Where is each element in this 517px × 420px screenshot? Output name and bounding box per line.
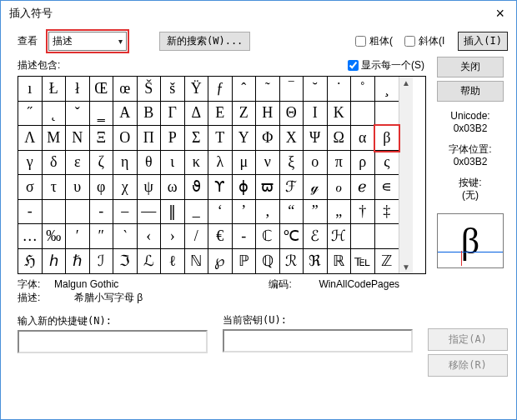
char-cell[interactable]: ℡: [351, 249, 375, 274]
show-each-checkbox-input[interactable]: [348, 60, 359, 71]
close-button[interactable]: 关闭: [437, 57, 504, 78]
char-cell[interactable]: Ÿ: [185, 77, 209, 102]
char-cell[interactable]: /: [185, 224, 209, 249]
char-cell[interactable]: ℕ: [185, 249, 209, 274]
char-cell[interactable]: ƒ: [208, 77, 233, 102]
char-cell[interactable]: ι: [161, 151, 185, 176]
char-cell[interactable]: ‗: [90, 102, 114, 127]
char-cell[interactable]: ℏ: [66, 249, 90, 274]
char-cell[interactable]: Κ: [328, 102, 352, 127]
char-cell[interactable]: †: [351, 200, 375, 225]
char-cell[interactable]: ∊: [375, 175, 399, 200]
char-cell[interactable]: ℛ: [280, 249, 304, 274]
char-cell[interactable]: σ: [18, 175, 43, 200]
char-cell[interactable]: ‰: [43, 224, 67, 249]
char-cell[interactable]: ℋ: [328, 224, 352, 249]
char-cell[interactable]: …: [18, 224, 43, 249]
char-cell[interactable]: “: [280, 200, 304, 225]
italic-checkbox-input[interactable]: [404, 36, 415, 47]
char-cell[interactable]: ˝: [18, 102, 43, 127]
char-cell[interactable]: ϑ: [185, 175, 209, 200]
char-cell[interactable]: ϕ: [233, 175, 257, 200]
char-cell[interactable]: ℙ: [233, 249, 257, 274]
char-cell[interactable]: ω: [161, 175, 185, 200]
char-cell[interactable]: ℐ: [90, 249, 114, 274]
char-cell[interactable]: ‚: [256, 200, 280, 225]
char-cell[interactable]: ˛: [43, 102, 67, 127]
italic-checkbox[interactable]: 斜体(I: [404, 34, 444, 48]
grid-scrollbar[interactable]: ▲ ▼: [399, 77, 413, 273]
char-cell[interactable]: [43, 200, 67, 225]
char-cell[interactable]: π: [328, 151, 352, 176]
char-cell[interactable]: ℚ: [256, 249, 280, 274]
char-cell[interactable]: Β: [138, 102, 162, 127]
char-cell[interactable]: Ο: [113, 126, 138, 151]
char-cell[interactable]: ℃: [280, 224, 304, 249]
char-cell[interactable]: Α: [113, 102, 138, 127]
char-cell[interactable]: Ν: [66, 126, 90, 151]
char-cell[interactable]: ς: [375, 151, 399, 176]
char-cell[interactable]: Ε: [208, 102, 233, 127]
remove-button[interactable]: 移除(R): [428, 354, 508, 377]
char-cell[interactable]: ˜: [256, 77, 280, 102]
new-shortcut-input[interactable]: [18, 330, 208, 353]
insert-button[interactable]: 插入(I): [458, 32, 508, 51]
char-cell[interactable]: ℌ: [18, 249, 43, 274]
char-cell[interactable]: ℜ: [304, 249, 328, 274]
new-search-button[interactable]: 新的搜索(W)...: [159, 32, 250, 51]
char-cell[interactable]: Γ: [161, 102, 185, 127]
bold-checkbox-input[interactable]: [355, 36, 366, 47]
char-cell[interactable]: ‘: [208, 200, 233, 225]
char-cell[interactable]: -: [90, 200, 114, 225]
char-cell[interactable]: ‾: [280, 77, 304, 102]
char-cell[interactable]: ı: [18, 77, 43, 102]
close-icon[interactable]: ×: [490, 5, 509, 22]
char-cell[interactable]: –: [113, 200, 138, 225]
char-cell[interactable]: „: [328, 200, 352, 225]
char-cell[interactable]: [66, 200, 90, 225]
char-cell[interactable]: Š: [138, 77, 162, 102]
char-cell[interactable]: ł: [66, 77, 90, 102]
char-cell[interactable]: ℒ: [138, 249, 162, 274]
char-cell[interactable]: ℤ: [375, 249, 399, 274]
char-cell[interactable]: ℓ: [161, 249, 185, 274]
char-cell[interactable]: Ω: [328, 126, 352, 151]
current-key-input[interactable]: [223, 329, 413, 352]
char-cell[interactable]: ″: [90, 224, 114, 249]
char-cell[interactable]: -: [18, 200, 43, 225]
assign-button[interactable]: 指定(A): [428, 328, 508, 351]
char-cell[interactable]: Χ: [280, 126, 304, 151]
char-cell[interactable]: δ: [43, 151, 67, 176]
char-cell[interactable]: τ: [43, 175, 67, 200]
char-cell[interactable]: ℎ: [43, 249, 67, 274]
char-cell[interactable]: Œ: [90, 77, 114, 102]
char-cell[interactable]: Ξ: [90, 126, 114, 151]
char-cell[interactable]: ν: [256, 151, 280, 176]
char-cell[interactable]: λ: [208, 151, 233, 176]
char-cell[interactable]: Ζ: [233, 102, 257, 127]
char-cell[interactable]: Μ: [43, 126, 67, 151]
char-cell[interactable]: θ: [138, 151, 162, 176]
char-cell[interactable]: ‵: [113, 224, 138, 249]
char-cell[interactable]: Τ: [208, 126, 233, 151]
char-cell[interactable]: ℂ: [256, 224, 280, 249]
char-cell[interactable]: ζ: [90, 151, 114, 176]
char-cell[interactable]: €: [208, 224, 233, 249]
char-cell[interactable]: ›: [161, 224, 185, 249]
char-cell[interactable]: Δ: [185, 102, 209, 127]
char-cell[interactable]: ˇ: [66, 102, 90, 127]
char-cell[interactable]: Ψ: [304, 126, 328, 151]
char-cell[interactable]: ξ: [280, 151, 304, 176]
char-cell[interactable]: Λ: [18, 126, 43, 151]
char-cell[interactable]: φ: [90, 175, 114, 200]
char-cell[interactable]: ˆ: [233, 77, 257, 102]
char-cell[interactable]: ˘: [304, 77, 328, 102]
scroll-up-icon[interactable]: ▲: [402, 78, 410, 88]
char-cell[interactable]: ℰ: [304, 224, 328, 249]
char-cell[interactable]: ′: [66, 224, 90, 249]
char-cell[interactable]: ℊ: [304, 175, 328, 200]
char-cell[interactable]: Ι: [304, 102, 328, 127]
char-cell[interactable]: ϒ: [208, 175, 233, 200]
char-cell[interactable]: χ: [113, 175, 138, 200]
char-cell[interactable]: —: [138, 200, 162, 225]
